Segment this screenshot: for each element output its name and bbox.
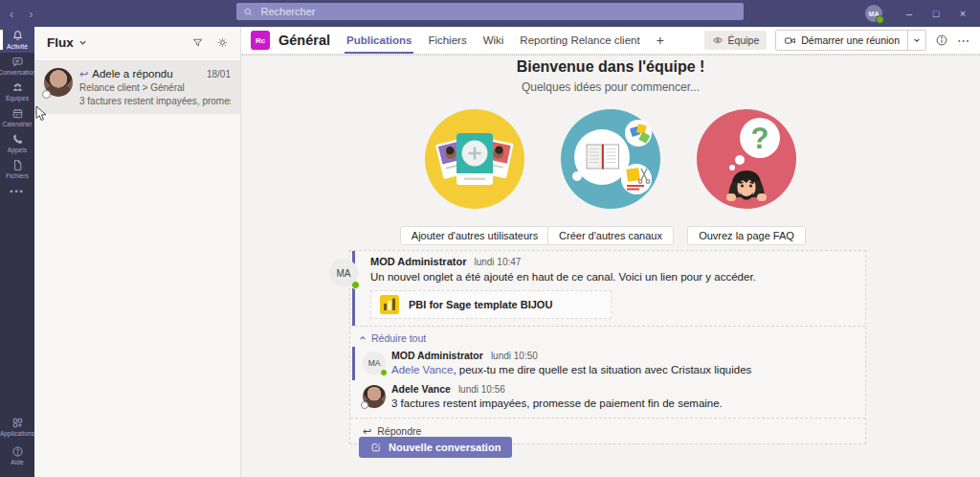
calendar-icon bbox=[11, 107, 24, 120]
start-meeting-button[interactable]: Démarrer une réunion bbox=[775, 30, 926, 51]
faq-illustration: ? bbox=[697, 109, 796, 209]
message-time: lundi 10:50 bbox=[491, 351, 538, 361]
add-users-illustration bbox=[425, 109, 524, 209]
avatar-adele-vance bbox=[363, 385, 386, 408]
chat-icon bbox=[11, 56, 24, 68]
chevron-down-icon bbox=[78, 38, 87, 47]
chevron-down-icon bbox=[913, 36, 921, 44]
back-icon[interactable]: ‹ bbox=[10, 7, 13, 21]
message-author: Adele Vance bbox=[391, 383, 451, 395]
feed-item-date: 18/01 bbox=[207, 69, 231, 80]
channel-content: Bienvenue dans l'équipe ! Quelques idées… bbox=[241, 55, 980, 477]
add-users-button[interactable]: Ajouter d'autres utilisateurs bbox=[400, 226, 549, 245]
power-bi-icon bbox=[380, 295, 399, 314]
message-time: lundi 10:47 bbox=[474, 257, 521, 267]
compose-icon bbox=[370, 442, 382, 453]
tab-wiki[interactable]: Wiki bbox=[483, 27, 504, 54]
message-reply[interactable]: Adele Vance lundi 10:56 3 factures reste… bbox=[355, 380, 865, 414]
sidebar-item-calls[interactable]: Appels bbox=[0, 130, 34, 156]
tab-publications[interactable]: Publications bbox=[346, 27, 412, 54]
sidebar-more-button[interactable]: ••• bbox=[0, 182, 34, 201]
message-author: MOD Administrator bbox=[391, 350, 483, 361]
feed-item-location: Relance client > Général bbox=[79, 82, 231, 93]
info-icon bbox=[935, 34, 948, 47]
conversation-thread: MA MOD Administrator lundi 10:47 Un nouv… bbox=[349, 250, 866, 444]
channel-avatar[interactable]: Rc bbox=[251, 31, 270, 50]
avatar-mod-administrator: MA bbox=[363, 352, 386, 375]
avatar-mod-administrator: MA bbox=[329, 259, 358, 287]
eye-icon bbox=[712, 34, 724, 46]
tab-reporting-relance-client[interactable]: Reporting Relance client bbox=[520, 27, 639, 54]
reply-arrow-icon: ↩ bbox=[363, 426, 371, 436]
presence-available-icon bbox=[380, 369, 388, 376]
chevron-up-icon bbox=[359, 334, 367, 342]
new-conversation-button[interactable]: Nouvelle conversation bbox=[359, 437, 512, 458]
activity-feed-panel: Flux ↩ Adele a répondu 18/01 Relance cli… bbox=[34, 27, 241, 477]
feed-item-preview: 3 factures restent impayées, promesse de… bbox=[79, 96, 231, 106]
message-text: , peux-tu me dire quelle est la situatio… bbox=[453, 364, 751, 375]
collapse-all-link[interactable]: Réduire tout bbox=[350, 327, 865, 347]
channel-tabs: Publications Fichiers Wiki Reporting Rel… bbox=[346, 27, 664, 54]
meeting-options-dropdown[interactable] bbox=[907, 31, 925, 50]
channel-info-button[interactable] bbox=[935, 34, 948, 47]
minimize-button[interactable]: – bbox=[896, 0, 923, 27]
presence-away-icon bbox=[42, 90, 51, 99]
sidebar-item-activity[interactable]: Activité bbox=[0, 27, 34, 53]
channel-header: Rc Général Publications Fichiers Wiki Re… bbox=[241, 27, 980, 55]
presence-available-icon bbox=[351, 281, 360, 289]
message-time: lundi 10:56 bbox=[458, 384, 505, 395]
camera-icon bbox=[784, 34, 796, 47]
maximize-button[interactable]: □ bbox=[923, 0, 949, 27]
message-text: 3 factures restent impayées, promesse de… bbox=[391, 397, 854, 410]
tab-link-card[interactable]: PBI for Sage template BIJOU bbox=[370, 290, 612, 319]
svg-text:?: ? bbox=[751, 122, 769, 155]
message-text: Un nouvel onglet a été ajouté en haut de… bbox=[370, 270, 854, 284]
message-reply[interactable]: MA MOD Administrator lundi 10:50 Adele V… bbox=[352, 347, 865, 380]
create-channels-illustration bbox=[561, 109, 660, 209]
sidebar-item-help[interactable]: Aide bbox=[0, 441, 34, 469]
forward-icon[interactable]: › bbox=[29, 7, 33, 21]
teams-people-icon bbox=[11, 81, 24, 94]
sidebar-item-files[interactable]: Fichiers bbox=[0, 156, 34, 182]
welcome-subtitle: Quelques idées pour commencer... bbox=[241, 80, 980, 94]
sidebar-item-apps[interactable]: Applications bbox=[0, 412, 34, 441]
create-channels-button[interactable]: Créer d'autres canaux bbox=[547, 226, 674, 245]
file-icon bbox=[11, 159, 24, 171]
gear-icon[interactable] bbox=[216, 36, 229, 49]
close-button[interactable]: × bbox=[949, 0, 976, 27]
avatar-adele-vance bbox=[44, 68, 73, 97]
reply-arrow-icon: ↩ bbox=[79, 69, 88, 80]
channel-name: Général bbox=[278, 33, 330, 48]
tab-link-title: PBI for Sage template BIJOU bbox=[409, 299, 552, 310]
teams-app-window: ‹ › MA – □ × Activité Conversation bbox=[0, 0, 980, 477]
feed-dropdown[interactable]: Flux bbox=[47, 35, 87, 50]
feed-item-title: Adele a répondu bbox=[92, 68, 172, 80]
message-root[interactable]: MA MOD Administrator lundi 10:47 Un nouv… bbox=[352, 251, 865, 326]
search-bar[interactable] bbox=[236, 3, 744, 20]
apps-grid-icon bbox=[11, 417, 24, 429]
message-author: MOD Administrator bbox=[370, 256, 466, 267]
open-faq-button[interactable]: Ouvrez la page FAQ bbox=[687, 226, 806, 245]
presence-available-icon bbox=[876, 15, 884, 24]
channel-more-button[interactable]: ⋯ bbox=[957, 34, 970, 48]
presence-away-icon bbox=[361, 401, 368, 409]
sidebar-item-chat[interactable]: Conversation bbox=[0, 53, 34, 79]
welcome-title: Bienvenue dans l'équipe ! bbox=[241, 58, 980, 76]
title-bar: ‹ › MA – □ × bbox=[0, 0, 980, 27]
filter-icon[interactable] bbox=[191, 36, 204, 49]
help-icon bbox=[11, 445, 24, 458]
profile-avatar[interactable]: MA bbox=[865, 5, 882, 22]
search-input[interactable] bbox=[259, 5, 737, 18]
add-tab-button[interactable]: + bbox=[657, 27, 664, 54]
sidebar-item-teams[interactable]: Équipes bbox=[0, 79, 34, 104]
tab-fichiers[interactable]: Fichiers bbox=[428, 27, 466, 54]
team-visibility-button[interactable]: Équipe bbox=[704, 31, 768, 50]
search-icon bbox=[243, 7, 254, 17]
bell-icon bbox=[11, 30, 24, 42]
phone-icon bbox=[11, 133, 24, 146]
feed-item-adele-replied[interactable]: ↩ Adele a répondu 18/01 Relance client >… bbox=[34, 60, 240, 114]
channel-view: Rc Général Publications Fichiers Wiki Re… bbox=[241, 27, 980, 477]
app-rail: Activité Conversation Équipes Calendrier… bbox=[0, 27, 34, 477]
sidebar-item-calendar[interactable]: Calendrier bbox=[0, 104, 34, 130]
mention-adele-vance[interactable]: Adele Vance bbox=[391, 364, 453, 375]
